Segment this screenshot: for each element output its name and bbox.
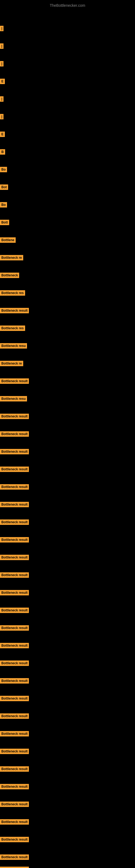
bar-label: Bottleneck result xyxy=(0,520,29,525)
bar-label: Bottleneck resu xyxy=(0,343,27,348)
bar-label: Bottleneck result xyxy=(0,749,29,754)
bar-label: Bo xyxy=(0,167,7,172)
bar-row: Bottlene xyxy=(0,237,16,243)
bar-label: Bottleneck re xyxy=(0,255,23,260)
bar-row: Bott xyxy=(0,220,9,225)
bar-row: Bottleneck re xyxy=(0,361,23,366)
bar-row: | xyxy=(0,114,3,119)
bar-label: Bottleneck result xyxy=(0,555,29,560)
bar-label: Bottleneck xyxy=(0,273,19,278)
bar-row: | xyxy=(0,43,3,49)
site-title: TheBottlenecker.com xyxy=(0,1,135,10)
bar-label: Bottleneck result xyxy=(0,308,29,313)
bar-row: Bottleneck result xyxy=(0,678,29,684)
bar-label: Bottleneck result xyxy=(0,802,29,807)
bar-row: Bottleneck result xyxy=(0,308,29,313)
bar-row: E xyxy=(0,131,5,137)
bar-label: Bottleneck result xyxy=(0,837,29,842)
bar-label: B xyxy=(0,149,5,155)
bar-label: Bottleneck res xyxy=(0,326,25,331)
bar-label: Bottleneck result xyxy=(0,731,29,737)
bar-row: Bottleneck res xyxy=(0,326,25,331)
bar-label: Bottleneck result xyxy=(0,819,29,825)
bar-label: Bottleneck result xyxy=(0,678,29,684)
bar-row: Bottleneck result xyxy=(0,867,29,868)
bar-label: | xyxy=(0,96,3,102)
bar-label: Bottleneck result xyxy=(0,713,29,719)
bar-row: Bottleneck result xyxy=(0,414,29,419)
bar-row: E xyxy=(0,79,5,84)
bar-label: | xyxy=(0,114,3,119)
bar-row: Bottleneck result xyxy=(0,855,29,860)
bar-label: Bottleneck re xyxy=(0,361,23,366)
bar-label: Bottleneck result xyxy=(0,484,29,490)
bar-label: Bottleneck result xyxy=(0,696,29,701)
bar-label: Bottleneck result xyxy=(0,625,29,631)
bar-row: Bo xyxy=(0,167,7,172)
bar-label: | xyxy=(0,26,3,31)
bar-row: Bottleneck result xyxy=(0,713,29,719)
bar-row: Bottleneck result xyxy=(0,625,29,631)
bar-label: Bottleneck result xyxy=(0,766,29,772)
bar-row: Bottleneck result xyxy=(0,467,29,472)
bar-label: Bottleneck result xyxy=(0,784,29,789)
bar-label: Bottleneck result xyxy=(0,660,29,666)
bar-row: Bo xyxy=(0,202,7,208)
bar-label: Bottleneck result xyxy=(0,572,29,578)
bar-row: Bottleneck result xyxy=(0,537,29,542)
bar-label: Bot xyxy=(0,184,8,190)
bar-label: Bottleneck result xyxy=(0,449,29,454)
bar-row: Bottleneck result xyxy=(0,555,29,560)
bar-label: Bottleneck res xyxy=(0,290,25,296)
bar-row: | xyxy=(0,96,3,102)
bar-row: Bottleneck result xyxy=(0,431,29,437)
bar-row: Bottleneck xyxy=(0,273,19,278)
bar-row: Bot xyxy=(0,184,8,190)
bar-row: Bottleneck res xyxy=(0,290,25,296)
bar-row: Bottleneck result xyxy=(0,784,29,789)
bar-row: Bottleneck result xyxy=(0,520,29,525)
bar-label: Bottleneck result xyxy=(0,537,29,542)
bar-row: Bottleneck result xyxy=(0,378,29,384)
bar-label: E xyxy=(0,131,5,137)
bar-label: Bo xyxy=(0,202,7,208)
bar-label: Bottlene xyxy=(0,237,16,243)
bar-label: Bottleneck result xyxy=(0,502,29,507)
bar-row: Bottleneck result xyxy=(0,766,29,772)
bar-row: Bottleneck result xyxy=(0,502,29,507)
bar-row: Bottleneck result xyxy=(0,749,29,754)
bar-label: Bottleneck result xyxy=(0,431,29,437)
bar-row: Bottleneck result xyxy=(0,819,29,825)
bar-label: Bott xyxy=(0,220,9,225)
bar-label: Bottleneck result xyxy=(0,590,29,595)
bar-label: Bottleneck result xyxy=(0,414,29,419)
bar-row: Bottleneck result xyxy=(0,484,29,490)
bar-row: Bottleneck resu xyxy=(0,396,27,401)
bar-label: Bottleneck result xyxy=(0,378,29,384)
bar-row: Bottleneck result xyxy=(0,572,29,578)
bar-row: Bottleneck result xyxy=(0,696,29,701)
bar-row: Bottleneck result xyxy=(0,643,29,648)
bar-label: Bottleneck result xyxy=(0,467,29,472)
bar-label: Bottleneck result xyxy=(0,608,29,613)
bar-label: Bottleneck result xyxy=(0,643,29,648)
bar-label: | xyxy=(0,43,3,49)
bar-row: Bottleneck result xyxy=(0,449,29,454)
bar-row: Bottleneck resu xyxy=(0,343,27,348)
bar-row: Bottleneck re xyxy=(0,255,23,260)
bar-label: Bottleneck resu xyxy=(0,396,27,401)
bar-row: | xyxy=(0,61,3,66)
bar-row: Bottleneck result xyxy=(0,837,29,842)
bar-label: Bottleneck result xyxy=(0,867,29,868)
bar-row: Bottleneck result xyxy=(0,802,29,807)
bar-row: Bottleneck result xyxy=(0,660,29,666)
bar-label: | xyxy=(0,61,3,66)
bar-row: Bottleneck result xyxy=(0,731,29,737)
bar-label: Bottleneck result xyxy=(0,855,29,860)
bar-row: B xyxy=(0,149,5,155)
bar-label: E xyxy=(0,79,5,84)
bar-row: Bottleneck result xyxy=(0,590,29,595)
bar-row: | xyxy=(0,26,3,31)
bar-row: Bottleneck result xyxy=(0,608,29,613)
